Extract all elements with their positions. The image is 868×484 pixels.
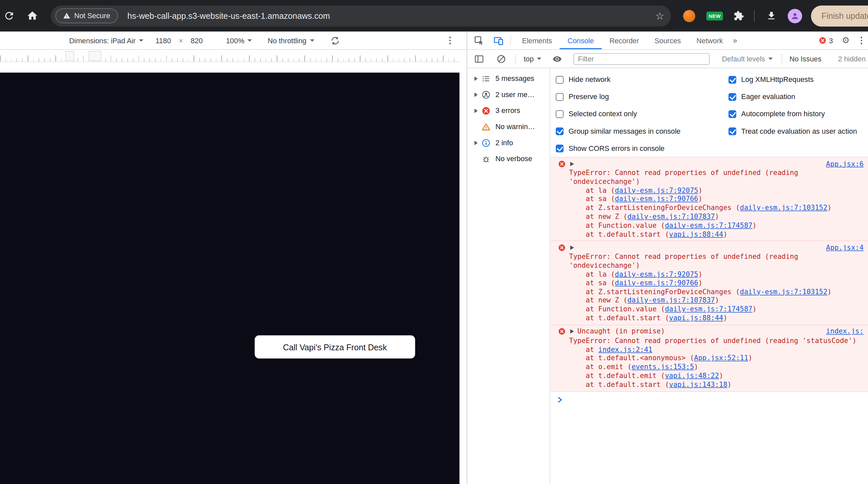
sidebar-item-2-user-me[interactable]: 2 user me… — [467, 86, 550, 103]
checkbox[interactable] — [728, 93, 736, 101]
stack-link[interactable]: vapi.js:48:22 — [665, 371, 719, 380]
checkbox-label: Group similar messages in console — [568, 127, 681, 135]
tab-elements[interactable]: Elements — [514, 32, 560, 50]
stack-link[interactable]: daily-esm.js:7:103152 — [740, 203, 828, 211]
device-dimensions-select[interactable]: Dimensions: iPad Air — [69, 36, 135, 45]
prompt-chevron-icon — [557, 397, 562, 402]
source-link[interactable]: index.js: — [826, 327, 865, 336]
reload-button[interactable] — [2, 9, 16, 23]
stack-link[interactable]: daily-esm.js:7:92075 — [615, 186, 699, 194]
toolbar-divider — [782, 54, 782, 64]
warning-icon — [63, 12, 70, 20]
console-setting-autocomplete-from-history[interactable]: Autocomplete from history — [728, 105, 857, 122]
console-setting-log-xmlhttprequests[interactable]: Log XMLHttpRequests — [728, 71, 857, 88]
sidebar-item-3-errors[interactable]: 3 errors — [467, 103, 550, 119]
expand-arrow-icon[interactable] — [570, 329, 574, 334]
tab-console[interactable]: Console — [560, 32, 601, 50]
bookmark-star-icon[interactable]: ☆ — [655, 11, 664, 21]
console-output: Hide networkPreserve logSelected context… — [550, 68, 868, 483]
stack-link[interactable]: events.js:153:5 — [631, 363, 694, 371]
checkbox[interactable] — [728, 110, 736, 117]
checkbox[interactable] — [556, 110, 564, 117]
console-setting-treat-code-evaluation-as-user-action[interactable]: Treat code evaluation as user action — [728, 122, 857, 140]
stack-link[interactable]: daily-esm.js:7:174587 — [665, 221, 752, 229]
stack-link[interactable]: vapi.js:88:44 — [669, 314, 723, 322]
sidebar-item-5-messages[interactable]: 5 messages — [467, 70, 550, 86]
sidebar-item-no-warnin[interactable]: No warnin… — [467, 118, 550, 135]
error-count-label: 3 — [829, 36, 833, 45]
console-settings: Hide networkPreserve logSelected context… — [550, 68, 868, 154]
sidebar-item-2-info[interactable]: 2 info — [467, 135, 550, 151]
checkbox[interactable] — [556, 127, 564, 135]
console-sidebar-toggle[interactable] — [472, 52, 486, 65]
device-toolbar-menu-icon[interactable]: ⋮ — [445, 36, 455, 45]
downloads-button[interactable] — [765, 9, 778, 23]
rotate-viewport-button[interactable] — [329, 34, 342, 47]
sidebar-item-label: No warnin… — [495, 122, 535, 131]
stack-link[interactable]: vapi.js:143:18 — [669, 380, 727, 388]
checkbox[interactable] — [556, 93, 564, 101]
checkbox[interactable] — [556, 144, 564, 152]
sidebar-item-no-verbose[interactable]: No verbose — [467, 151, 550, 167]
console-setting-hide-network[interactable]: Hide network — [556, 71, 680, 88]
stack-link[interactable]: daily-esm.js:7:90766 — [615, 195, 699, 203]
console-setting-preserve-log[interactable]: Preserve log — [556, 88, 680, 105]
stack-link[interactable]: App.jsx:52:11 — [694, 354, 748, 362]
viewport-height-input[interactable]: 820 — [191, 36, 203, 45]
user-icon — [482, 90, 490, 99]
viewport-width-input[interactable]: 1180 — [156, 36, 171, 45]
stack-link[interactable]: daily-esm.js:7:103152 — [740, 287, 828, 295]
security-chip[interactable]: Not Secure — [55, 8, 118, 23]
inspect-element-button[interactable] — [472, 34, 486, 47]
stack-link[interactable]: daily-esm.js:7:174587 — [665, 305, 752, 313]
puzzle-icon — [733, 10, 744, 21]
extension-new-badge[interactable]: NEW — [706, 11, 723, 20]
console-filter-input[interactable] — [574, 53, 710, 64]
source-link[interactable]: App.jsx:6 — [826, 160, 865, 168]
zoom-select[interactable]: 100% — [226, 36, 244, 45]
device-toolbar: Dimensions: iPad Air 1180 × 820 100% No … — [0, 32, 467, 50]
profile-avatar[interactable] — [788, 8, 802, 23]
tab-network[interactable]: Network — [689, 32, 731, 50]
home-icon — [26, 10, 38, 22]
stack-link[interactable]: daily-esm.js:7:107837 — [627, 296, 715, 305]
log-levels-select[interactable]: Default levels — [722, 55, 765, 63]
call-button[interactable]: Call Vapi's Pizza Front Desk — [255, 336, 415, 359]
screen: Not Secure hs-web-call-app.s3-website-us… — [0, 0, 868, 484]
checkbox[interactable] — [556, 76, 564, 84]
console-setting-selected-context-only[interactable]: Selected context only — [556, 105, 680, 122]
clear-console-button[interactable] — [494, 52, 507, 65]
throttling-select[interactable]: No throttling — [268, 36, 307, 45]
toolbar-divider — [516, 54, 516, 64]
settings-gear-icon[interactable]: ⚙ — [842, 36, 850, 45]
ruler-marker — [65, 51, 74, 61]
stack-link[interactable]: daily-esm.js:7:107837 — [627, 212, 715, 221]
expand-arrow-icon[interactable] — [570, 245, 574, 250]
tab-sources[interactable]: Sources — [647, 32, 689, 50]
console-prompt[interactable] — [557, 397, 868, 402]
address-bar[interactable]: Not Secure hs-web-call-app.s3-website-us… — [51, 5, 671, 26]
expand-arrow-icon[interactable] — [570, 162, 574, 166]
console-setting-group-similar-messages-in-console[interactable]: Group similar messages in console — [556, 122, 680, 140]
console-setting-show-cors-errors-in-console[interactable]: Show CORS errors in console — [556, 140, 680, 157]
context-select[interactable]: top — [524, 55, 534, 63]
stack-link[interactable]: daily-esm.js:7:90766 — [615, 279, 699, 287]
issues-link[interactable]: No Issues — [789, 55, 822, 63]
console-error-count[interactable]: 3 — [819, 36, 833, 45]
checkbox[interactable] — [728, 76, 736, 84]
home-button[interactable] — [25, 9, 39, 23]
extension-icon-orange[interactable] — [683, 9, 695, 22]
live-expression-button[interactable] — [550, 52, 564, 65]
stack-link[interactable]: vapi.js:88:44 — [669, 230, 723, 238]
stack-link[interactable]: index.js:2:41 — [598, 345, 652, 353]
finish-update-button[interactable]: Finish update — [811, 5, 868, 26]
tab-recorder[interactable]: Recorder — [601, 32, 647, 50]
checkbox[interactable] — [728, 127, 736, 135]
source-link[interactable]: App.jsx:4 — [826, 243, 865, 252]
device-mode-toggle[interactable] — [492, 34, 505, 47]
more-tabs-button[interactable]: » — [733, 36, 737, 45]
stack-link[interactable]: daily-esm.js:7:92075 — [615, 270, 699, 278]
extensions-button[interactable] — [732, 9, 745, 23]
devtools-menu-icon[interactable]: ⋮ — [857, 36, 866, 45]
console-setting-eager-evaluation[interactable]: Eager evaluation — [728, 88, 857, 105]
